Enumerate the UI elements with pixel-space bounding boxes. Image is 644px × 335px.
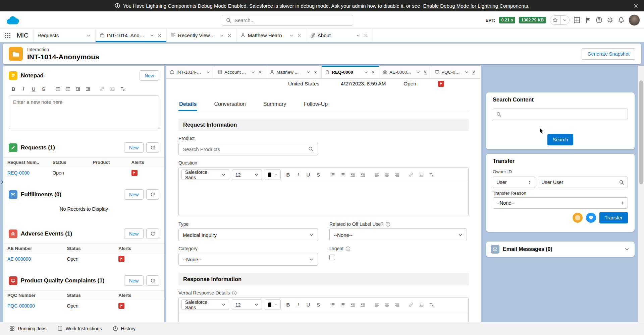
owner-lookup[interactable] (538, 177, 628, 188)
content-search-input[interactable] (504, 112, 624, 117)
app-launcher-button[interactable] (0, 29, 15, 42)
bold-button[interactable]: B (283, 300, 293, 310)
subtab-close[interactable] (423, 70, 428, 75)
nav-tab-requests[interactable]: Requests (33, 29, 95, 42)
strikethrough-button[interactable]: S (39, 84, 48, 93)
clear-format-button[interactable] (426, 170, 436, 180)
insert-image-button[interactable] (416, 170, 426, 180)
subtab-dropdown[interactable] (251, 70, 256, 75)
clear-format-button[interactable] (426, 300, 436, 310)
subtab-contact[interactable]: Matthew ... (266, 66, 322, 78)
type-select[interactable]: Medical Inquiry (178, 228, 318, 241)
owner-type-select[interactable]: User (493, 177, 535, 188)
underline-button[interactable]: U (304, 300, 313, 310)
owner-lookup-input[interactable] (541, 180, 616, 185)
subtab-close[interactable] (471, 70, 476, 75)
insert-image-button[interactable] (107, 84, 117, 93)
font-size-select[interactable]: 12 (232, 170, 262, 180)
favorite-star-button[interactable] (550, 16, 560, 24)
indent-button[interactable] (73, 84, 83, 93)
underline-button[interactable]: U (304, 170, 313, 180)
column-header[interactable]: Status (48, 158, 89, 167)
indent-button[interactable] (348, 300, 357, 310)
tab-follow-up[interactable]: Follow-Up (303, 98, 328, 111)
font-size-select[interactable]: 12 (232, 299, 262, 310)
nav-tab-close[interactable] (157, 33, 162, 38)
column-header[interactable]: Product (89, 158, 127, 167)
nav-tab-contact[interactable]: Matthew Hearn (236, 29, 306, 42)
category-select[interactable]: --None-- (178, 253, 318, 266)
guidance-center-button[interactable] (584, 16, 592, 24)
tab-summary[interactable]: Summary (263, 98, 287, 111)
italic-button[interactable]: I (19, 84, 28, 93)
bullet-list-button[interactable] (53, 84, 62, 93)
subtab-adverse-event[interactable]: AE-0000... (379, 66, 431, 78)
subtab-dropdown[interactable] (306, 70, 311, 75)
subtab-dropdown[interactable] (464, 70, 469, 75)
subtab-close[interactable] (258, 70, 263, 75)
bullet-list-button[interactable] (328, 170, 337, 180)
nav-tab-dropdown[interactable] (86, 33, 91, 38)
indent-button[interactable] (348, 170, 357, 180)
underline-button[interactable]: U (29, 84, 38, 93)
pqc-refresh-button[interactable] (146, 275, 159, 286)
outdent-button[interactable] (358, 300, 367, 310)
column-header[interactable]: AE Number (3, 244, 63, 253)
font-select[interactable]: Salesforce Sans (181, 299, 229, 310)
subtab-dropdown[interactable] (206, 70, 211, 75)
subtab-close[interactable] (313, 70, 318, 75)
global-search[interactable] (222, 15, 353, 26)
insert-link-button[interactable] (406, 300, 416, 310)
fulfillments-refresh-button[interactable] (146, 189, 159, 200)
outdent-button[interactable] (83, 84, 93, 93)
fulfillments-new-button[interactable]: New (124, 189, 144, 200)
question-editor-body[interactable] (179, 182, 468, 216)
email-messages-collapse-button[interactable] (624, 246, 630, 252)
adverse-events-refresh-button[interactable] (146, 228, 159, 239)
off-label-select[interactable]: --None-- (329, 228, 467, 241)
text-color-select[interactable] (265, 299, 281, 310)
column-header[interactable]: Request Num.. (3, 158, 48, 167)
user-avatar[interactable] (629, 14, 640, 26)
notepad-input[interactable]: Enter a new note here (9, 95, 159, 129)
align-right-button[interactable] (392, 300, 401, 310)
numbered-list-button[interactable] (338, 300, 347, 310)
insert-link-button[interactable] (97, 84, 107, 93)
help-button[interactable] (595, 16, 603, 24)
requests-refresh-button[interactable] (146, 142, 159, 153)
transfer-button[interactable]: Transfer (599, 212, 628, 223)
clear-format-button[interactable] (117, 84, 127, 93)
column-header[interactable]: Alerts (114, 244, 164, 253)
heart-icon[interactable] (586, 213, 596, 223)
align-center-button[interactable] (382, 300, 391, 310)
search-button[interactable]: Search (547, 134, 574, 145)
vertical-scrollbar[interactable] (638, 66, 644, 322)
bullet-list-button[interactable] (328, 300, 337, 310)
notifications-button[interactable] (618, 16, 625, 24)
favorites-dropdown-button[interactable] (560, 16, 569, 24)
utility-work-instructions[interactable]: Work Instructions (52, 322, 107, 335)
bold-button[interactable]: B (283, 170, 293, 180)
pqc-number-link[interactable]: PQC-000000 (7, 303, 35, 309)
setup-button[interactable] (606, 16, 614, 24)
verbal-response-body[interactable] (179, 312, 468, 322)
tab-details[interactable]: Details (178, 98, 197, 111)
transfer-reason-select[interactable]: --None-- (493, 197, 628, 209)
insert-link-button[interactable] (406, 170, 416, 180)
nav-tab-close[interactable] (297, 33, 302, 38)
subtab-interaction[interactable]: INT-1014-Anony... (166, 66, 214, 78)
text-color-select[interactable] (265, 170, 281, 180)
align-center-button[interactable] (382, 170, 391, 180)
font-select[interactable]: Salesforce Sans (181, 170, 229, 180)
info-icon[interactable] (345, 246, 351, 251)
tab-conversation[interactable]: Conversation (213, 98, 246, 111)
subtab-request[interactable]: REQ-0000 (322, 66, 379, 78)
nav-tab-interaction[interactable]: INT-1014–Anonymo... (95, 29, 166, 42)
subtab-pqc[interactable]: PQC-000... (431, 66, 480, 78)
column-header[interactable]: Alerts (127, 158, 164, 167)
product-lookup[interactable] (178, 143, 318, 155)
column-header[interactable]: Alerts (114, 291, 164, 300)
nav-tab-recently-viewed[interactable]: Recently Viewed | A... (166, 29, 236, 42)
banner-close-button[interactable] (633, 3, 639, 9)
numbered-list-button[interactable] (338, 170, 347, 180)
